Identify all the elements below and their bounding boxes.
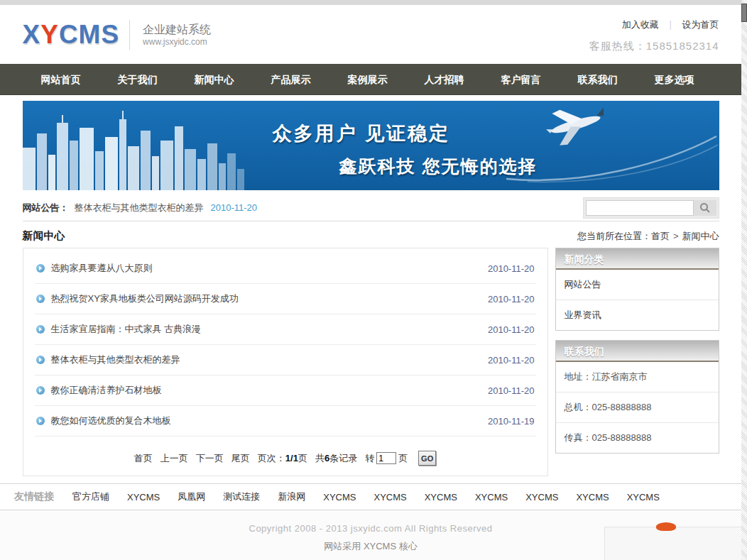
logo-letter-y: Y (40, 20, 59, 49)
nav-item-products[interactable]: 产品展示 (253, 64, 329, 95)
pagination: 首页 上一页 下一页 尾页 页次：1/1页 共6条记录 转页 GO (35, 437, 536, 466)
notice-link[interactable]: 整体衣柜与其他类型衣柜的差异 (75, 202, 204, 214)
news-date: 2010-11-20 (488, 355, 535, 366)
widget-orange-icon (656, 522, 676, 531)
scrollbar-thumb[interactable] (741, 4, 747, 22)
friend-links-label: 友情链接 (14, 490, 54, 503)
friend-link[interactable]: XYCMS (374, 492, 406, 503)
floating-widget[interactable] (604, 527, 742, 560)
news-category-box: 新闻分类 网站公告 业界资讯 (555, 248, 719, 331)
notice-label: 网站公告： (23, 202, 69, 214)
friend-link[interactable]: XYCMS (576, 492, 609, 503)
nav-item-home[interactable]: 网站首页 (23, 64, 99, 95)
friend-link[interactable]: XYCMS (425, 492, 457, 503)
city-skyline-graphic (23, 111, 278, 190)
friend-link[interactable]: XYCMS (627, 492, 660, 503)
news-title-link[interactable]: 热烈祝贺XY家具地板类公司网站源码开发成功 (51, 292, 488, 305)
friend-link[interactable]: 新浪网 (278, 490, 305, 503)
news-date: 2010-11-20 (488, 263, 535, 274)
news-title-link[interactable]: 教你正确清洁养护石材地板 (51, 384, 488, 397)
news-date: 2010-11-19 (488, 416, 535, 427)
friend-link[interactable]: 官方店铺 (72, 490, 109, 503)
pagination-last[interactable]: 尾页 (231, 452, 250, 465)
notice-date: 2010-11-20 (211, 202, 258, 213)
site-logo[interactable]: XYCMS (23, 20, 120, 50)
search-group (583, 197, 719, 219)
nav-item-guestbook[interactable]: 客户留言 (483, 64, 560, 95)
news-title-link[interactable]: 教您如何选优质的复合木地板 (51, 414, 488, 427)
breadcrumb-separator: > (673, 231, 679, 241)
magnifier-icon (699, 202, 711, 214)
banner-slogan-line2: 鑫跃科技 您无悔的选择 (339, 155, 538, 178)
logo-letter-x: X (23, 20, 41, 49)
friend-links-band: 友情链接 官方店铺 XYCMS 凤凰网 测试连接 新浪网 XYCMS XYCMS… (0, 483, 741, 510)
news-title-link[interactable]: 生活家宜居指南：中式家具 古典浪漫 (51, 323, 488, 336)
add-favorite-link[interactable]: 加入收藏 (622, 19, 659, 30)
breadcrumb-home-link[interactable]: 首页 (651, 231, 670, 241)
brand-url: www.jsxyidc.com (143, 37, 211, 47)
category-item-industry-news[interactable]: 业界资讯 (556, 300, 719, 330)
news-date: 2010-11-20 (488, 324, 535, 335)
nav-item-more[interactable]: 更多选项 (636, 64, 713, 95)
pagination-goto: 转页 (365, 452, 408, 465)
main-navbar: 网站首页 关于我们 新闻中心 产品展示 案例展示 人才招聘 客户留言 联系我们 … (0, 64, 741, 95)
header-top-links: 加入收藏｜设为首页 (589, 18, 719, 31)
friend-link[interactable]: 凤凰网 (178, 490, 205, 503)
nav-item-cases[interactable]: 案例展示 (329, 64, 406, 95)
pagination-next[interactable]: 下一页 (196, 452, 224, 465)
category-item-announcements[interactable]: 网站公告 (556, 270, 719, 300)
notice-bar: 网站公告： 整体衣柜与其他类型衣柜的差异 2010-11-20 (23, 196, 719, 221)
pagination-page-info: 页次：1/1页 (258, 452, 307, 465)
nav-item-about[interactable]: 关于我们 (99, 64, 176, 95)
friend-link[interactable]: XYCMS (127, 492, 160, 503)
search-input[interactable] (586, 200, 694, 216)
news-title-link[interactable]: 整体衣柜与其他类型衣柜的差异 (51, 353, 488, 366)
news-category-header: 新闻分类 (556, 248, 719, 270)
nav-item-contact[interactable]: 联系我们 (560, 64, 636, 95)
friend-link[interactable]: 测试连接 (223, 490, 260, 503)
top-links-separator: ｜ (666, 19, 675, 30)
sidebar: 新闻分类 网站公告 业界资讯 联系我们 地址：江苏省南京市 总机：025-888… (555, 248, 719, 454)
arrow-bullet-icon (36, 356, 45, 364)
airplane-icon (538, 102, 611, 148)
goto-page-input[interactable] (376, 452, 396, 464)
news-date: 2010-11-20 (488, 294, 535, 304)
news-row: 教你正确清洁养护石材地板 2010-11-20 (35, 375, 536, 406)
news-date: 2010-11-20 (488, 385, 535, 396)
breadcrumb-label: 您当前所在位置： (577, 231, 651, 241)
go-button[interactable]: GO (418, 451, 436, 466)
news-row: 选购家具要遵从八大原则 2010-11-20 (35, 253, 536, 284)
news-row: 整体衣柜与其他类型衣柜的差异 2010-11-20 (35, 345, 536, 375)
vertical-scrollbar[interactable] (741, 0, 747, 560)
breadcrumb: 您当前所在位置：首页>新闻中心 (577, 230, 719, 243)
arrow-bullet-icon (36, 264, 45, 273)
friend-link[interactable]: XYCMS (525, 492, 558, 503)
pagination-first[interactable]: 首页 (134, 452, 153, 465)
contact-fax: 传真：025-88888888 (556, 423, 719, 453)
nav-item-jobs[interactable]: 人才招聘 (406, 64, 483, 95)
site-header: XYCMS 企业建站系统 www.jsxyidc.com 加入收藏｜设为首页 客… (0, 5, 741, 64)
news-row: 热烈祝贺XY家具地板类公司网站源码开发成功 2010-11-20 (35, 284, 536, 314)
nav-item-news[interactable]: 新闻中心 (176, 64, 253, 95)
arrow-bullet-icon (36, 295, 45, 303)
news-list-panel: 选购家具要遵从八大原则 2010-11-20 热烈祝贺XY家具地板类公司网站源码… (23, 248, 548, 476)
banner-slogan-line1: 众多用户 见证稳定 (273, 121, 451, 146)
friend-link[interactable]: XYCMS (475, 492, 508, 503)
breadcrumb-current: 新闻中心 (682, 231, 719, 241)
news-title-link[interactable]: 选购家具要遵从八大原则 (51, 262, 488, 275)
logo-letters-cms: CMS (59, 20, 119, 49)
set-homepage-link[interactable]: 设为首页 (682, 19, 719, 30)
page: XYCMS 企业建站系统 www.jsxyidc.com 加入收藏｜设为首页 客… (0, 0, 741, 560)
arrow-bullet-icon (36, 417, 45, 425)
pagination-total-info: 共6条记录 (315, 452, 357, 465)
brand-block: 企业建站系统 www.jsxyidc.com (143, 22, 211, 48)
contact-box: 联系我们 地址：江苏省南京市 总机：025-88888888 传真：025-88… (555, 340, 719, 454)
top-strip (0, 0, 741, 5)
friend-link[interactable]: XYCMS (323, 492, 356, 503)
search-button[interactable] (694, 200, 716, 216)
service-hotline: 客服热线：15851852314 (589, 40, 719, 53)
contact-address: 地址：江苏省南京市 (556, 362, 719, 392)
news-list: 选购家具要遵从八大原则 2010-11-20 热烈祝贺XY家具地板类公司网站源码… (35, 253, 536, 437)
pagination-prev[interactable]: 上一页 (160, 452, 188, 465)
page-title: 新闻中心 (23, 229, 65, 243)
